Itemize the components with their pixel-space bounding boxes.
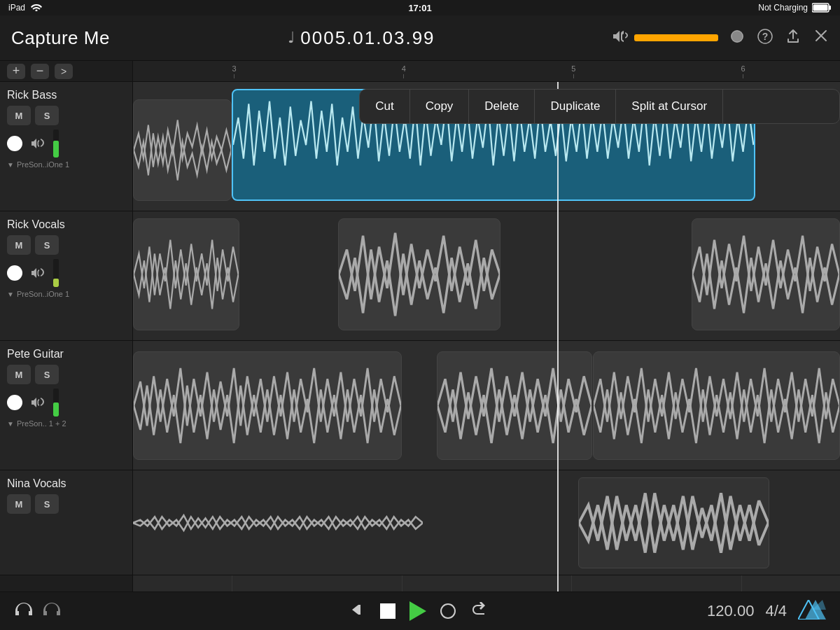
context-menu-split[interactable]: Split at Cursor — [616, 90, 723, 123]
headphones-right-icon[interactable] — [42, 601, 62, 621]
more-button[interactable]: > — [55, 64, 73, 79]
level-meter-rick-bass — [53, 130, 59, 158]
track-controls-pete-guitar: Pete Guitar M S ▼ PreSon.. 1 + 2 — [0, 341, 132, 470]
speaker-icon-rick-vocals[interactable] — [28, 265, 48, 281]
mute-button-nina-vocals[interactable]: M — [7, 494, 31, 514]
loop-button[interactable] — [470, 602, 489, 620]
record-button-rick-vocals[interactable] — [7, 265, 22, 281]
clip-guitar-1[interactable] — [133, 351, 402, 460]
status-right: Not Charging — [758, 3, 832, 13]
brand-logo — [798, 600, 826, 622]
track-buttons-rick-bass: M S — [7, 106, 125, 125]
level-fill-rick-vocals — [53, 279, 59, 287]
track-controls-nina-vocals: Nina Vocals M S — [0, 470, 132, 575]
track-buttons-pete-guitar: M S — [7, 365, 125, 384]
app-title: Capture Me — [11, 27, 110, 49]
status-time: 17:01 — [408, 3, 431, 13]
stop-button[interactable] — [380, 603, 396, 619]
rewind-button[interactable] — [351, 602, 366, 620]
track-name-rick-bass: Rick Bass — [7, 89, 125, 102]
device-arrow-guitar[interactable]: ▼ — [7, 420, 14, 428]
clip-vocals-3[interactable] — [692, 218, 840, 330]
clip-bass-1[interactable] — [133, 99, 232, 201]
speaker-icon-pete-guitar[interactable] — [28, 395, 48, 410]
solo-button-pete-guitar[interactable]: S — [35, 365, 59, 384]
context-menu-duplicate[interactable]: Duplicate — [535, 90, 616, 123]
transport-left — [14, 601, 62, 621]
close-icon[interactable] — [813, 28, 829, 48]
mute-button-rick-bass[interactable]: M — [7, 106, 31, 125]
clip-guitar-2[interactable] — [437, 351, 592, 460]
volume-bar[interactable] — [634, 34, 718, 41]
note-icon: ♩ — [288, 29, 295, 47]
waveform-area: Cut Copy Delete Duplicate Split at Curso… — [133, 82, 840, 592]
clip-nina-1[interactable] — [133, 477, 423, 568]
track-device-rick-bass: ▼ PreSon..iOne 1 — [7, 160, 125, 169]
track-name-nina-vocals: Nina Vocals — [7, 477, 125, 490]
device-arrow-vocals[interactable]: ▼ — [7, 290, 14, 298]
clip-vocals-1[interactable] — [133, 218, 239, 330]
play-button[interactable] — [410, 601, 426, 621]
share-icon[interactable] — [785, 29, 801, 48]
status-left: iPad — [8, 3, 42, 13]
track-row-rick-bass: Cut Copy Delete Duplicate Split at Curso… — [133, 82, 840, 211]
zoom-out-button[interactable]: − — [31, 64, 49, 79]
ruler-mark-6: 6 — [741, 64, 746, 78]
help-icon[interactable]: ? — [757, 29, 773, 48]
ruler-mark-3: 3 — [232, 64, 236, 78]
header: Capture Me ♩ 0005.01.03.99 ? — [0, 15, 840, 61]
timeline-ruler: 3 4 5 6 — [133, 61, 840, 81]
time-sig-display: 4/4 — [765, 602, 787, 620]
track-buttons-rick-vocals: M S — [7, 235, 125, 255]
zoom-in-button[interactable]: + — [7, 64, 25, 79]
svg-rect-7 — [358, 605, 360, 615]
record-button-rick-bass[interactable] — [7, 136, 22, 151]
mute-button-rick-vocals[interactable]: M — [7, 235, 31, 255]
track-device-pete-guitar: ▼ PreSon.. 1 + 2 — [7, 419, 125, 428]
clip-nina-2[interactable] — [578, 477, 769, 568]
ruler-mark-5: 5 — [571, 64, 575, 78]
track-controls-rick-bass: Rick Bass M S ▼ PreSon..iOne 1 — [0, 82, 132, 211]
svg-text:?: ? — [762, 31, 769, 42]
transport-position: ♩ 0005.01.03.99 — [121, 27, 602, 49]
ruler-row: + − > 3 4 5 6 — [0, 61, 840, 82]
context-menu-copy[interactable]: Copy — [410, 90, 470, 123]
svg-rect-2 — [813, 5, 828, 11]
svg-marker-6 — [352, 605, 358, 615]
status-bar: iPad 17:01 Not Charging — [0, 0, 840, 15]
battery-icon — [812, 3, 832, 13]
record-button-pete-guitar[interactable] — [7, 395, 22, 410]
ruler-mark-4: 4 — [402, 64, 406, 78]
track-row-pete-guitar — [133, 341, 840, 470]
bottom-toolbar: 120.00 4/4 — [0, 592, 840, 630]
track-buttons-nina-vocals: M S — [7, 494, 125, 514]
transport-right: 120.00 4/4 — [707, 600, 826, 622]
main-layout: Rick Bass M S ▼ PreSon..iOne 1 Rick V — [0, 82, 840, 592]
solo-button-nina-vocals[interactable]: S — [35, 494, 59, 514]
headphones-left-icon[interactable] — [14, 601, 34, 621]
svg-rect-1 — [829, 6, 831, 10]
context-menu-cut[interactable]: Cut — [360, 90, 410, 123]
context-menu-delete[interactable]: Delete — [469, 90, 535, 123]
theme-icon[interactable] — [729, 29, 745, 48]
charging-label: Not Charging — [758, 3, 808, 13]
clip-vocals-2[interactable] — [338, 218, 500, 330]
tempo-display: 120.00 — [707, 602, 754, 620]
device-arrow[interactable]: ▼ — [7, 161, 14, 169]
track-row2-pete-guitar — [7, 388, 125, 416]
mute-button-pete-guitar[interactable]: M — [7, 365, 31, 384]
track-controls-rick-vocals: Rick Vocals M S ▼ PreSon..iOne 1 — [0, 211, 132, 341]
level-meter-rick-vocals — [53, 259, 59, 287]
volume-icon — [613, 31, 629, 45]
speaker-icon-rick-bass[interactable] — [28, 136, 48, 151]
record-button-main[interactable] — [440, 603, 456, 619]
solo-button-rick-bass[interactable]: S — [35, 106, 59, 125]
track-name-pete-guitar: Pete Guitar — [7, 348, 125, 360]
track-row2-rick-bass — [7, 130, 125, 158]
solo-button-rick-vocals[interactable]: S — [35, 235, 59, 255]
clip-guitar-3[interactable] — [593, 351, 841, 460]
track-name-rick-vocals: Rick Vocals — [7, 218, 125, 231]
track-device-rick-vocals: ▼ PreSon..iOne 1 — [7, 290, 125, 298]
track-panel: Rick Bass M S ▼ PreSon..iOne 1 Rick V — [0, 82, 133, 592]
context-menu-arrow — [592, 123, 608, 124]
